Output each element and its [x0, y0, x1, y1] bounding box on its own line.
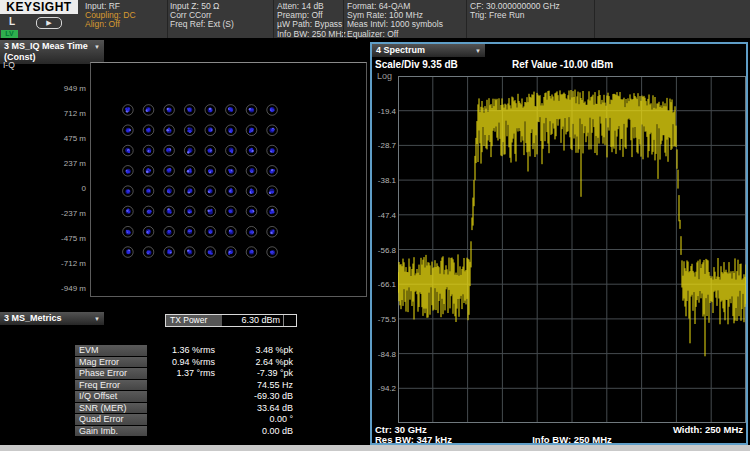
spectrum-y-tick: -94.2 [372, 384, 396, 393]
metric-label: Freq Error [75, 380, 147, 391]
spectrum-y-tick: -38.1 [372, 176, 396, 185]
spectrum-y-tick: -84.8 [372, 350, 396, 359]
const-y-tick: -475 m [52, 234, 86, 243]
metric-value: 0.00 ° [148, 414, 297, 425]
spectrum-y-tick: -56.8 [372, 246, 396, 255]
const-y-tick: 949 m [52, 84, 86, 93]
metric-value: 74.55 Hz [148, 380, 297, 391]
header-separator [167, 0, 168, 38]
metrics-row: SNR (MER)33.64 dB [75, 403, 297, 414]
metric-label: SNR (MER) [75, 403, 147, 414]
const-y-tick: 475 m [52, 134, 86, 143]
const-y-tick: -949 m [52, 284, 86, 293]
chevron-down-icon[interactable]: ▼ [475, 46, 481, 57]
spectrum-window-title[interactable]: 4 Spectrum ▼ [372, 44, 485, 57]
metric-value: 0.00 dB [148, 426, 297, 437]
header-readout: Trig: Free Run [470, 11, 560, 20]
info-bw-readout[interactable]: Info BW: 250 MHz [398, 434, 746, 445]
bottom-bezel-strip [0, 445, 750, 451]
metric-label: Mag Error [75, 357, 147, 368]
keysight-logo: KEYSIGHT [0, 0, 78, 14]
spectrum-trace [398, 76, 746, 423]
log-scale-label: Log [377, 71, 392, 81]
spectrum-y-tick: -19.4 [372, 107, 396, 116]
tx-power-label: TX Power [166, 315, 222, 326]
metrics-row: Phase Error1.37 °rms-7.39 °pk [75, 368, 297, 379]
header-column-1[interactable]: Input: RFCoupling: DCAlign: Off [85, 2, 136, 38]
chevron-down-icon[interactable]: ▼ [94, 42, 100, 53]
header-column-2[interactable]: Input Z: 50 ΩCorr CCorrFreq Ref: Ext (S) [170, 2, 234, 38]
const-window-title-line1: 3 MS_IQ Meas Time [4, 41, 100, 52]
metric-label: Quad Error [75, 414, 147, 425]
metrics-table: EVM1.36 %rms3.48 %pkMag Error0.94 %rms2.… [75, 345, 297, 435]
constellation-plot[interactable] [90, 62, 367, 297]
spectrum-window[interactable]: 4 Spectrum ▼ Scale/Div 9.35 dB Ref Value… [370, 42, 748, 445]
iq-axis-label: I-Q [3, 60, 15, 70]
header-column-4[interactable]: Format: 64-QAMSym Rate: 100 MHzMeas Intv… [347, 2, 443, 38]
metric-label: I/Q Offset [75, 391, 147, 402]
metrics-row: Gain Imb.0.00 dB [75, 426, 297, 437]
header-separator [594, 0, 595, 38]
lv-badge: LV [1, 30, 18, 38]
metric-value-rms: 0.94 %rms [148, 357, 219, 368]
metric-value: -69.30 dB [148, 391, 297, 402]
metric-value-pk: -7.39 °pk [220, 368, 297, 379]
header-column-3[interactable]: Atten: 14 dBPreamp: OffµW Path: BypassIn… [277, 2, 346, 38]
const-y-tick: -712 m [52, 259, 86, 268]
header-readout: Align: Off [85, 20, 136, 29]
header-separator [466, 0, 467, 38]
tx-power-extra-cell [283, 315, 296, 326]
constellation-trace [91, 63, 366, 296]
metrics-row: Mag Error0.94 %rms2.64 %pk [75, 357, 297, 368]
chevron-down-icon[interactable]: ▼ [94, 314, 100, 325]
metric-label: EVM [75, 345, 147, 356]
spectrum-y-tick: -47.4 [372, 211, 396, 220]
const-y-tick: 712 m [52, 109, 86, 118]
header-column-5[interactable]: CF: 30.000000000 GHzTrig: Free Run [470, 2, 560, 38]
spectrum-plot[interactable] [398, 76, 746, 423]
metric-value: 33.64 dB [148, 403, 297, 414]
header-readout: Freq Ref: Ext (S) [170, 20, 234, 29]
scale-per-div-readout[interactable]: Scale/Div 9.35 dB [375, 59, 458, 70]
header-separator [343, 0, 344, 38]
spectrum-y-tick: -75.5 [372, 315, 396, 324]
spectrum-y-tick: -28.7 [372, 141, 396, 150]
spectrum-window-title-text: 4 Spectrum [376, 45, 481, 56]
metrics-row: I/Q Offset-69.30 dB [75, 391, 297, 402]
metric-label: Phase Error [75, 368, 147, 379]
spectrum-y-tick: -66.1 [372, 280, 396, 289]
analyzer-screen: KEYSIGHT L ▶ LV Input: RFCoupling: DCAli… [0, 0, 750, 451]
ref-value-readout[interactable]: Ref Value -10.00 dBm [512, 59, 613, 70]
header-readout: Equalizer: Off [347, 30, 443, 39]
continuous-sweep-icon[interactable]: ▶ [36, 17, 62, 29]
metric-value-rms: 1.36 %rms [148, 345, 219, 356]
metrics-window-title[interactable]: 3 MS_Metrics ▼ [0, 312, 104, 325]
const-y-tick: 237 m [52, 159, 86, 168]
mode-letter: L [9, 16, 15, 27]
metrics-row: EVM1.36 %rms3.48 %pk [75, 345, 297, 356]
const-window-title[interactable]: 3 MS_IQ Meas Time (Const) ▼ [0, 40, 104, 64]
metric-value-pk: 3.48 %pk [220, 345, 297, 356]
metrics-row: Quad Error0.00 ° [75, 414, 297, 425]
metric-value-rms: 1.37 °rms [148, 368, 219, 379]
status-header: KEYSIGHT L ▶ LV Input: RFCoupling: DCAli… [0, 0, 750, 38]
header-readout: Info BW: 250 MHz [277, 30, 346, 39]
const-y-tick: -237 m [52, 209, 86, 218]
metrics-window-title-text: 3 MS_Metrics [4, 313, 100, 324]
const-y-tick: 0 [52, 184, 86, 193]
tx-power-readout: TX Power 6.30 dBm [165, 314, 297, 327]
metric-label: Gain Imb. [75, 426, 147, 437]
tx-power-value: 6.30 dBm [222, 315, 283, 326]
header-separator [273, 0, 274, 38]
const-window-title-line2: (Const) [4, 52, 100, 63]
metric-value-pk: 2.64 %pk [220, 357, 297, 368]
metrics-row: Freq Error74.55 Hz [75, 380, 297, 391]
